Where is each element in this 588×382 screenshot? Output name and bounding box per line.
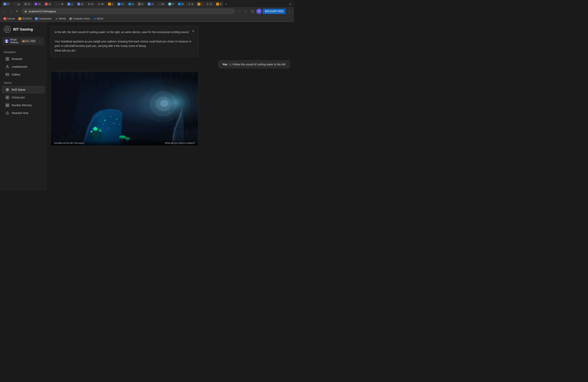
svg-line-10 xyxy=(6,67,7,68)
tab-vi2[interactable]: ▼ Vi xyxy=(214,1,224,7)
dnd-label: DnD Game xyxy=(12,88,25,91)
more-options-button[interactable]: ⋮ xyxy=(38,39,42,43)
sidebar-item-gallery[interactable]: Gallery xyxy=(1,71,45,78)
profile-button[interactable]: Y xyxy=(256,9,262,14)
bookmark-computer-vision[interactable]: C Computer Vision xyxy=(68,17,92,21)
tab-ak[interactable]: ● Ak xyxy=(96,1,106,7)
user-label: You xyxy=(222,63,227,66)
svg-point-59 xyxy=(119,136,126,139)
nav-buttons: ‹ › ↻ xyxy=(2,9,20,14)
restart-button[interactable]: 重新启动即可更新 xyxy=(263,9,285,14)
tab-cc[interactable]: G cc xyxy=(65,1,75,7)
leaderboard-icon xyxy=(5,65,9,69)
tab-go[interactable]: G Go xyxy=(116,1,126,7)
tab-vi1[interactable]: ▼ Vi xyxy=(106,1,116,7)
svg-line-22 xyxy=(6,90,7,91)
user-name: Morph Holesky xyxy=(10,38,20,44)
svg-point-49 xyxy=(156,96,171,111)
svg-rect-28 xyxy=(6,105,7,106)
game-image-container: Inossible wil the will o the-wisps. What… xyxy=(51,72,198,146)
browser-toolbar: ‹ › ↻ 🔒 localhost:5173/dndgame ⬚ ☆ ⬛ Y 重… xyxy=(0,7,294,16)
svg-point-60 xyxy=(119,136,126,138)
cave-image: Inossible wil the will o the-wisps. What… xyxy=(51,72,198,146)
sidebar-item-dnd[interactable]: DnD Game xyxy=(1,86,45,94)
user-profile[interactable]: Morph Holesky 🦊 0x1...FBB ⋮ xyxy=(2,37,44,45)
tab-m[interactable]: — M xyxy=(53,1,65,7)
reload-button[interactable]: ↻ xyxy=(14,9,20,14)
svg-rect-13 xyxy=(6,74,7,74)
close-button[interactable]: ✕ xyxy=(190,28,196,34)
svg-point-62 xyxy=(125,138,130,140)
forward-button[interactable]: › xyxy=(8,9,14,14)
bookmark-button[interactable]: ☆ xyxy=(243,9,249,14)
svg-rect-25 xyxy=(6,98,7,99)
reaction-icon xyxy=(5,111,9,115)
tab-mi[interactable]: G mi xyxy=(146,1,156,7)
bookmark-ncsa[interactable]: N NCSA xyxy=(92,17,105,21)
menu-button[interactable]: ⋮ xyxy=(287,9,292,14)
svg-point-55 xyxy=(99,130,101,132)
svg-point-65 xyxy=(110,116,111,117)
app-logo: BIT Gaming xyxy=(0,26,46,37)
address-bar[interactable]: 🔒 localhost:5173/dndgame xyxy=(21,9,235,14)
image-captions: Inossible wil the will o the-wisps. What… xyxy=(51,140,198,146)
sidebar-item-number-memory[interactable]: Number Memory xyxy=(1,101,45,109)
tab-se[interactable]: Se xyxy=(22,1,32,7)
svg-rect-24 xyxy=(8,96,9,97)
svg-point-47 xyxy=(144,86,183,121)
svg-marker-37 xyxy=(89,72,93,84)
tab-re[interactable]: Re xyxy=(156,1,166,7)
translate-button[interactable]: ⬚ xyxy=(236,9,242,14)
caption-left: Inossible wil the will o the-wisps. xyxy=(54,142,84,144)
svg-marker-44 xyxy=(186,72,189,84)
tab-pl[interactable]: P Pl xyxy=(167,1,176,7)
tab-x-close[interactable]: ▼ x xyxy=(196,1,204,7)
tabs-dropdown[interactable]: ▾ xyxy=(288,2,293,6)
sidebar-item-reaction[interactable]: Reaction time xyxy=(1,109,45,117)
tab-up[interactable]: up xyxy=(12,1,22,7)
url-text: localhost:5173/dndgame xyxy=(29,10,56,13)
tab-xin[interactable]: E 新 xyxy=(176,1,186,7)
games-label: Games xyxy=(0,78,46,86)
svg-point-52 xyxy=(93,127,98,131)
new-tab-button[interactable]: + xyxy=(224,2,229,6)
ncsa-icon: N xyxy=(94,17,96,20)
bookmark-canvas[interactable]: C Canvas xyxy=(2,17,17,21)
dnd-icon xyxy=(5,88,9,92)
number-memory-label: Number Memory xyxy=(12,104,32,107)
tab-dy[interactable]: D Dy xyxy=(33,1,42,7)
svg-point-46 xyxy=(132,82,190,128)
rewards-icon xyxy=(5,57,9,61)
extensions-button[interactable]: ⬛ xyxy=(250,9,255,14)
tab-et[interactable]: E ET xyxy=(1,1,12,7)
bookmark-campuswire[interactable]: C Campuswire xyxy=(33,17,53,21)
sidebar-item-leaderboard[interactable]: Leaderboard xyxy=(1,63,45,71)
number-memory-icon xyxy=(5,103,9,107)
sidebar-item-chimp[interactable]: Chimp test xyxy=(1,94,45,101)
svg-point-68 xyxy=(113,123,114,124)
back-button[interactable]: ‹ xyxy=(2,9,7,14)
user-response-box: You : 1. Follow the sound of rushing wat… xyxy=(218,60,290,68)
svg-line-20 xyxy=(8,90,9,91)
tab-as1[interactable]: A As xyxy=(43,1,53,7)
tab-li[interactable]: in (5 xyxy=(126,1,136,7)
tab-dr[interactable]: ⊕ Dr xyxy=(86,1,95,7)
github-icon: ● xyxy=(55,17,58,20)
svg-rect-29 xyxy=(8,105,9,106)
svg-line-19 xyxy=(6,88,7,89)
browser-tabs: E ET up Se D Dy A As — M G cc A As xyxy=(0,0,294,7)
sidebar-item-rewards[interactable]: Rewards xyxy=(1,55,45,63)
tab-as2[interactable]: A As xyxy=(75,1,85,7)
bookmark-access[interactable]: 🚀 ACCESS xyxy=(17,17,33,21)
gallery-icon xyxy=(5,73,9,76)
gallery-label: Gallery xyxy=(12,73,20,76)
svg-point-69 xyxy=(108,128,108,128)
svg-marker-35 xyxy=(85,72,89,81)
svg-rect-23 xyxy=(6,96,7,97)
cv-icon: C xyxy=(69,17,72,20)
tab-ai2[interactable]: ● Ai xyxy=(205,1,214,7)
tab-ai1[interactable]: ● Ai xyxy=(186,1,195,7)
tab-cl[interactable]: Cl xyxy=(136,1,146,7)
bookmark-github[interactable]: ● GitHub xyxy=(53,17,67,21)
caption-right: What will you chose to explore? xyxy=(165,142,195,144)
